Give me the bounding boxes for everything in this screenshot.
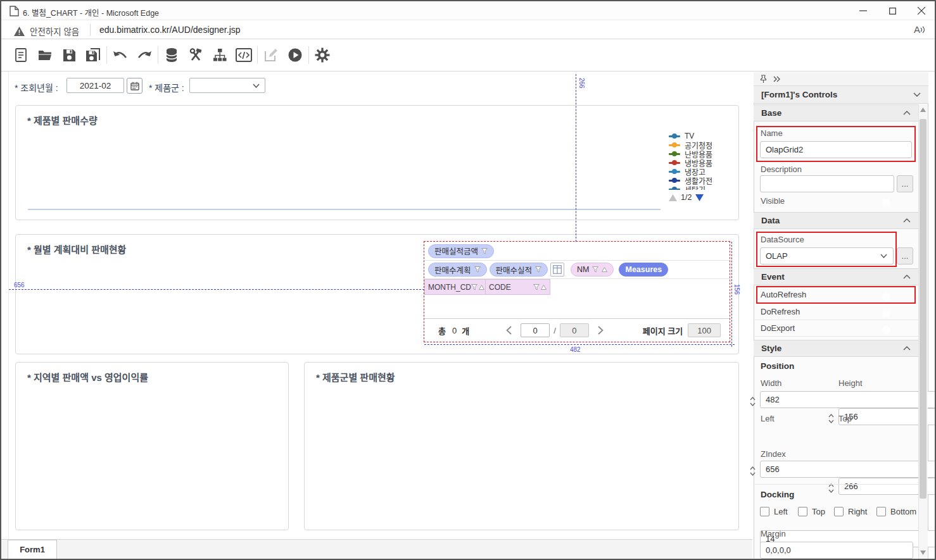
- address-bar: 안전하지 않음 edu.bimatrix.co.kr/AUD/designer.…: [1, 21, 935, 39]
- read-aloud-button[interactable]: A: [914, 24, 925, 35]
- section-header-data[interactable]: Data: [754, 212, 918, 229]
- datasource-label: DataSource: [761, 235, 804, 244]
- save-button[interactable]: [57, 43, 81, 67]
- legend-page-down-icon[interactable]: [695, 194, 704, 201]
- dorefresh-label: DoRefresh: [761, 307, 800, 316]
- dock-top-checkbox[interactable]: Top: [798, 507, 825, 516]
- guide-line-top: [576, 74, 576, 242]
- page-total-input: [560, 323, 589, 337]
- section-header-style[interactable]: Style: [754, 340, 918, 357]
- window-title: 6. 별첨_CHART - 개인 - Microsoft Edge: [23, 6, 159, 18]
- panel-title: * 지역별 판매액 vs 영업이익률: [27, 370, 148, 383]
- layout-selector-button[interactable]: [550, 263, 564, 277]
- series-marker-icon: [669, 171, 680, 173]
- sidebar-toolbar: [754, 72, 928, 86]
- scroll-up-icon[interactable]: [920, 108, 926, 112]
- address-separator: [90, 24, 91, 36]
- maximize-button[interactable]: [878, 1, 907, 20]
- margin-input[interactable]: [760, 542, 913, 559]
- form1-tab[interactable]: Form1: [8, 540, 57, 559]
- page-number-input[interactable]: [521, 323, 550, 337]
- save-all-button[interactable]: [81, 43, 105, 67]
- grid-layout-icon: [553, 265, 562, 274]
- chart-panel-sales-by-product[interactable]: * 제품별 판매수량 TV 공기청정 난방용품 냉방용품 냉장고 생활가전 세탁…: [15, 105, 739, 220]
- product-select[interactable]: [189, 78, 265, 93]
- row-header-cell[interactable]: MONTH_CD: [424, 279, 486, 295]
- prev-page-button[interactable]: [506, 326, 512, 335]
- dock-left-checkbox[interactable]: Left: [760, 507, 788, 516]
- width-stepper[interactable]: [760, 394, 936, 404]
- column-field-pill[interactable]: 판매수계획: [428, 263, 487, 277]
- source-code-button[interactable]: [232, 43, 256, 67]
- datasource-more-button[interactable]: ...: [897, 247, 913, 264]
- left-stepper[interactable]: [760, 463, 936, 474]
- sort-icon: [479, 285, 484, 290]
- designer-toolbar: [1, 39, 935, 72]
- hierarchy-button[interactable]: [208, 43, 232, 67]
- description-more-button[interactable]: ...: [897, 175, 913, 192]
- width-label: Width: [761, 378, 781, 388]
- calendar-icon: [130, 82, 139, 90]
- filter-icon: [471, 284, 477, 290]
- series-marker-icon: [669, 162, 680, 164]
- page-size-label: 페이지 크기: [643, 325, 683, 337]
- chart-panel-product-group[interactable]: * 제품군별 판매현황: [304, 362, 739, 530]
- guide-label-width: 482: [570, 346, 581, 353]
- sort-icon: [602, 267, 607, 272]
- dock-bottom-checkbox[interactable]: Bottom: [876, 507, 916, 516]
- legend-item[interactable]: 세탁기: [669, 185, 732, 190]
- minimize-button[interactable]: [849, 1, 878, 20]
- spinner-icons[interactable]: [828, 483, 834, 493]
- collapse-panel-icon[interactable]: [773, 76, 781, 82]
- calendar-button[interactable]: [127, 78, 142, 94]
- guide-line-height: [731, 242, 732, 347]
- scroll-down-icon[interactable]: [920, 551, 926, 555]
- spinner-icons[interactable]: [828, 414, 834, 423]
- open-file-button[interactable]: [33, 43, 57, 67]
- legend-page-up-icon[interactable]: [669, 194, 677, 201]
- date-input[interactable]: [66, 78, 124, 93]
- redo-button[interactable]: [132, 43, 156, 67]
- docking-heading: Docking: [761, 490, 794, 499]
- section-header-base[interactable]: Base: [754, 104, 918, 121]
- height-label: Height: [838, 378, 863, 388]
- tools-button[interactable]: [184, 43, 208, 67]
- measures-pill[interactable]: Measures: [619, 263, 668, 277]
- spinner-icons[interactable]: [750, 466, 756, 476]
- section-header-event[interactable]: Event: [754, 268, 918, 285]
- edit-button: [259, 43, 283, 67]
- security-warning[interactable]: 안전하지 않음: [14, 25, 79, 37]
- scrollbar-thumb[interactable]: [920, 119, 927, 499]
- undo-button[interactable]: [108, 43, 132, 67]
- pin-icon[interactable]: [760, 75, 767, 84]
- nm-field-pill[interactable]: NM: [571, 263, 614, 277]
- new-file-button[interactable]: [9, 43, 33, 67]
- chevron-up-icon: [903, 346, 911, 351]
- close-button[interactable]: [907, 1, 936, 20]
- datasource-button[interactable]: [160, 43, 184, 67]
- datasource-select[interactable]: OLAP: [760, 247, 894, 264]
- legend-page-indicator: 1/2: [681, 193, 692, 202]
- controls-header[interactable]: [Form1]'s Controls: [754, 86, 928, 104]
- name-input[interactable]: [760, 141, 912, 158]
- spinner-icons[interactable]: [750, 397, 756, 406]
- row-divider: [754, 484, 918, 485]
- filter-icon: [592, 266, 598, 273]
- dock-right-checkbox[interactable]: Right: [834, 507, 867, 516]
- warning-icon: [14, 27, 25, 36]
- url-text[interactable]: edu.bimatrix.co.kr/AUD/designer.jsp: [99, 25, 241, 35]
- chart-panel-region-sales[interactable]: * 지역별 판매액 vs 영업이익률: [15, 362, 289, 530]
- measure-field-pill[interactable]: 판매실적금액: [428, 244, 494, 258]
- next-page-button[interactable]: [598, 326, 604, 335]
- zindex-label: ZIndex: [761, 449, 786, 459]
- settings-button[interactable]: [310, 43, 334, 67]
- description-input[interactable]: [760, 175, 894, 192]
- chevron-up-icon: [903, 275, 911, 279]
- page-size-input[interactable]: [688, 323, 721, 337]
- olap-grid-control[interactable]: 판매실적금액 판매수계획 판매수실적 NM Measures: [424, 242, 730, 342]
- chart-x-axis: [28, 209, 661, 210]
- column-field-pill[interactable]: 판매수실적: [490, 263, 548, 277]
- toolbar-separator: [308, 46, 309, 64]
- run-button[interactable]: [283, 43, 307, 67]
- row-header-cell[interactable]: CODE: [485, 279, 550, 295]
